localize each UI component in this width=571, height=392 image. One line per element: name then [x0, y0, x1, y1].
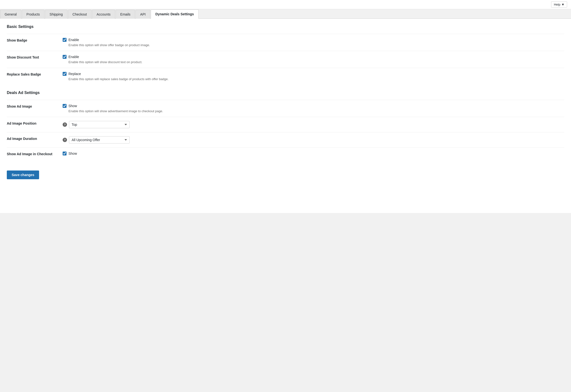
show-discount-text-row: Show Discount Text Enable Enable this op… [7, 51, 564, 68]
basic-settings-title: Basic Settings [7, 25, 564, 29]
tabs-nav: General Products Shipping Checkout Accou… [0, 9, 571, 19]
tab-api[interactable]: API [135, 10, 150, 19]
show-badge-checkbox[interactable] [63, 38, 67, 42]
show-ad-image-checkout-checkbox-label: Show [69, 152, 77, 155]
replace-sales-badge-description: Enable this option will replace sales ba… [69, 77, 564, 81]
help-chevron-icon: ▼ [561, 3, 564, 6]
show-ad-image-row: Show Ad Image Show Enable this option wi… [7, 100, 564, 117]
basic-settings-table: Show Badge Enable Enable this option wil… [7, 34, 564, 85]
show-discount-text-checkbox-row: Enable [63, 55, 564, 59]
show-badge-checkbox-label: Enable [69, 38, 79, 42]
show-ad-image-checkout-label: Show Ad Image in Checkout [7, 152, 52, 156]
replace-sales-badge-checkbox-row: Replace [63, 72, 564, 76]
main-content: Basic Settings Show Badge Enable Enable … [0, 19, 571, 213]
show-badge-label: Show Badge [7, 38, 27, 42]
help-bar: Help ▼ [0, 0, 571, 9]
replace-sales-badge-row: Replace Sales Badge Replace Enable this … [7, 68, 564, 85]
ad-image-position-help-icon[interactable]: ? [63, 122, 67, 127]
show-badge-description: Enable this option will show offer badge… [69, 43, 564, 47]
tab-dynamic-deals[interactable]: Dynamic Deals Settings [151, 10, 199, 19]
show-badge-row: Show Badge Enable Enable this option wil… [7, 34, 564, 51]
show-discount-text-description: Enable this option will show discount te… [69, 60, 564, 64]
deals-ad-settings-title: Deals Ad Settings [7, 91, 564, 95]
replace-sales-badge-checkbox-label: Replace [69, 72, 81, 76]
tab-shipping[interactable]: Shipping [45, 10, 68, 19]
help-label: Help [554, 3, 560, 6]
replace-sales-badge-checkbox[interactable] [63, 72, 67, 76]
show-badge-checkbox-row: Enable [63, 38, 564, 42]
ad-image-duration-row: Ad Image Duration ? All Upcoming Offer C… [7, 132, 564, 148]
ad-image-position-row: Ad Image Position ? Top Bottom Left Righ… [7, 117, 564, 132]
ad-image-position-control: ? Top Bottom Left Right [63, 121, 564, 128]
ad-image-duration-label: Ad Image Duration [7, 137, 37, 141]
show-ad-image-checkbox[interactable] [63, 104, 67, 108]
ad-image-position-select[interactable]: Top Bottom Left Right [69, 121, 130, 128]
ad-image-duration-control: ? All Upcoming Offer Current Offer Only [63, 136, 564, 144]
ad-image-position-label: Ad Image Position [7, 121, 36, 125]
save-changes-button[interactable]: Save changes [7, 171, 39, 179]
show-ad-image-checkbox-row: Show [63, 104, 564, 108]
help-button[interactable]: Help ▼ [551, 1, 567, 8]
tab-accounts[interactable]: Accounts [92, 10, 115, 19]
tab-emails[interactable]: Emails [115, 10, 135, 19]
show-ad-image-checkout-checkbox-row: Show [63, 152, 564, 155]
show-ad-image-checkout-row: Show Ad Image in Checkout Show [7, 148, 564, 161]
ad-image-duration-select[interactable]: All Upcoming Offer Current Offer Only [69, 136, 130, 144]
deals-ad-settings-table: Show Ad Image Show Enable this option wi… [7, 100, 564, 161]
replace-sales-badge-label: Replace Sales Badge [7, 72, 41, 76]
show-ad-image-description: Enable this option will show advertiseme… [69, 109, 564, 113]
show-discount-text-checkbox-label: Enable [69, 55, 79, 59]
tab-general[interactable]: General [0, 10, 21, 19]
ad-image-duration-help-icon[interactable]: ? [63, 138, 67, 142]
tab-products[interactable]: Products [22, 10, 44, 19]
show-ad-image-checkbox-label: Show [69, 104, 77, 108]
show-discount-text-label: Show Discount Text [7, 55, 39, 59]
tab-checkout[interactable]: Checkout [68, 10, 92, 19]
show-ad-image-checkout-checkbox[interactable] [63, 152, 67, 155]
show-ad-image-label: Show Ad Image [7, 104, 32, 108]
show-discount-text-checkbox[interactable] [63, 55, 67, 59]
